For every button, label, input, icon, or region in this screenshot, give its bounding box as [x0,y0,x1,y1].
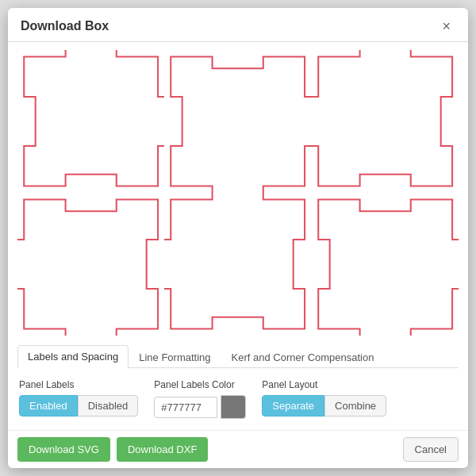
panel-right: right [164,50,311,193]
box-net: backrightbottomfrontlefttop [17,50,459,336]
panel-layout-toggle: Separate Combine [262,395,386,416]
download-box-modal: Download Box × backrightbottomfrontleftt… [8,8,468,468]
modal-header: Download Box × [8,8,468,42]
color-input-row [154,395,246,419]
tab-line-formatting[interactable]: Line Formatting [129,345,221,368]
panel-layout-separate-button[interactable]: Separate [262,395,324,416]
panel-labels-label: Panel Labels [19,379,138,390]
panel-labels-color-label: Panel Labels Color [154,379,246,390]
panel-labels-control: Panel Labels Enabled Disabled [19,379,138,416]
panel-layout-label: Panel Layout [262,379,386,390]
cancel-button[interactable]: Cancel [403,437,459,462]
tab-labels-and-spacing[interactable]: Labels and Spacing [17,345,129,368]
modal-body: backrightbottomfrontlefttop Labels and S… [8,42,468,430]
panel-labels-disabled-button[interactable]: Disabled [78,395,139,416]
panel-labels-toggle: Enabled Disabled [19,395,138,416]
color-swatch[interactable] [221,395,246,419]
panel-front: front [17,193,164,336]
download-dxf-button[interactable]: Download DXF [117,437,208,462]
close-button[interactable]: × [437,17,455,35]
modal-footer: Download SVG Download DXF Cancel [8,430,468,468]
panel-layout-combine-button[interactable]: Combine [324,395,386,416]
tabs-container: Labels and Spacing Line Formatting Kerf … [17,345,459,368]
color-text-input[interactable] [154,397,217,418]
controls-row: Panel Labels Enabled Disabled Panel Labe… [17,379,459,419]
panel-left: left [164,193,311,336]
panel-labels-color-control: Panel Labels Color [154,379,246,419]
download-svg-button[interactable]: Download SVG [17,437,110,462]
panel-layout-control: Panel Layout Separate Combine [262,379,386,416]
panel-labels-enabled-button[interactable]: Enabled [19,395,78,416]
panel-top: top [312,193,459,336]
tab-kerf-corner[interactable]: Kerf and Corner Compensation [221,345,385,368]
panel-back: back [17,50,164,193]
modal-title: Download Box [21,19,109,33]
panel-bottom: bottom [312,50,459,193]
